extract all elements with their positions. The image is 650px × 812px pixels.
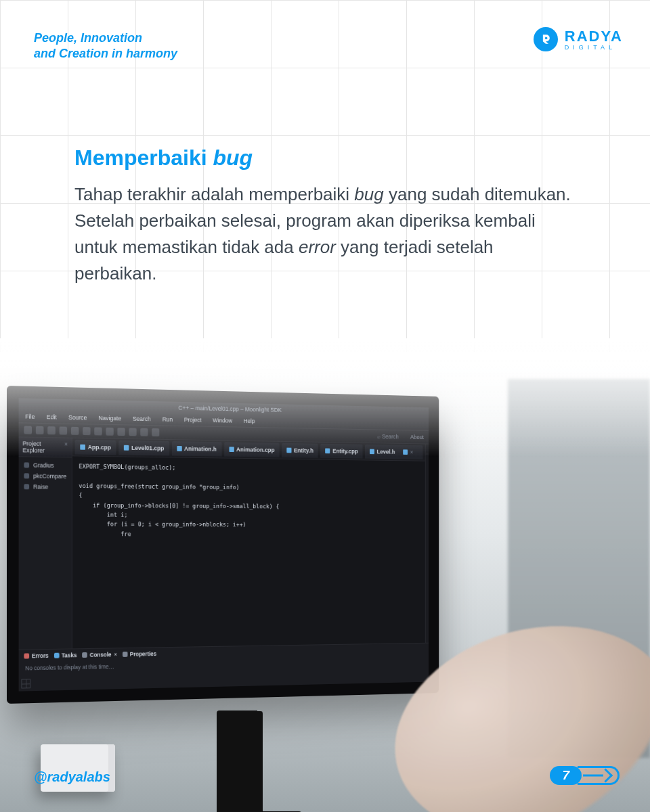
body-seg-1: Tahap terakhir adalah memperbaiki	[74, 184, 354, 204]
outline-tabs: ◦ Outline × Make Target	[425, 444, 429, 455]
toolbar-icon	[140, 428, 148, 436]
page: People, Innovation and Creation in harmo…	[0, 0, 650, 812]
tagline-line-2: and Creation in harmony	[34, 47, 177, 60]
toolbar-icon	[36, 426, 44, 434]
brand-logo: RADYA DIGITAL	[534, 27, 623, 51]
editor-tab: Level01.cpp	[118, 441, 169, 456]
toolbar-icon	[94, 427, 102, 435]
brand-sub: DIGITAL	[565, 44, 623, 51]
editor-tab: Entity.cpp	[320, 444, 362, 459]
editor-tab: Level.h×	[365, 445, 422, 459]
toolbar-search-label: Search	[382, 433, 399, 440]
tab-label: Entity.cpp	[332, 448, 358, 455]
menu-item: Search	[133, 415, 151, 422]
bottom-tab-console: Console ×	[82, 651, 117, 658]
menu-item: Project	[184, 416, 202, 423]
menu-item: File	[25, 413, 35, 420]
bottom-tab-label: Console	[90, 651, 112, 658]
brand-logo-icon	[534, 27, 558, 51]
tab-label: Level.h	[377, 449, 395, 455]
menu-item: Window	[213, 417, 232, 424]
heading-text: Memperbaiki	[74, 145, 213, 170]
toolbar-icon	[106, 428, 113, 436]
menu-item: Navigate	[99, 415, 122, 422]
toolbar-icon	[47, 426, 56, 434]
menu-item: Source	[68, 414, 87, 421]
brand-name: RADYA	[565, 28, 623, 45]
tagline-line-1: People, Innovation	[34, 31, 142, 45]
close-icon: ×	[399, 447, 418, 457]
tab-label: Animation.h	[184, 445, 217, 452]
grid-icon	[21, 679, 30, 688]
monitor: C++ – main/Level01.cpp – Moonlight SDK F…	[7, 386, 439, 704]
bottom-tab-properties: Properties	[122, 650, 156, 658]
toolbar-icon	[24, 426, 32, 434]
social-handle: @radyalabs	[34, 769, 110, 785]
toolbar-icon	[117, 428, 125, 436]
bottom-tab-label: Properties	[130, 650, 156, 657]
bottom-panel: Errors Tasks Console × Properties No con…	[19, 643, 429, 692]
toolbar-icon	[60, 426, 68, 434]
bottom-tab-label: Errors	[32, 652, 49, 659]
body-paragraph: Tahap terakhir adalah memperbaiki bug ya…	[74, 181, 576, 287]
project-item: Gradius	[19, 459, 72, 471]
next-arrow-icon	[578, 766, 620, 785]
explorer-title: Project Explorer×	[19, 437, 72, 457]
editor-tab: App.cpp	[75, 440, 116, 455]
project-item: Raise	[19, 481, 72, 493]
bottom-tab-label: Tasks	[62, 652, 77, 658]
outline-item: Level : OnLoad(char*)	[427, 473, 429, 487]
photo-scene: C++ – main/Level01.cpp – Moonlight SDK F…	[0, 352, 650, 812]
heading-italic: bug	[213, 145, 253, 170]
project-item: pkcCompare	[19, 470, 72, 482]
outline-item: Level : GetTile(int, int)	[427, 515, 429, 529]
monitor-stand	[217, 710, 263, 812]
editor-tab: Animation.h	[172, 441, 222, 456]
outline-item: Level : OnRender(SDL_Re…	[427, 487, 429, 501]
bottom-tab-tasks: Tasks	[53, 652, 77, 659]
brand-logo-text: RADYA DIGITAL	[565, 28, 623, 51]
body-italic-2: error	[299, 237, 336, 257]
tab-label: App.cpp	[88, 444, 111, 451]
menu-item: Help	[244, 418, 255, 424]
main-content: Memperbaiki bug Tahap terakhir adalah me…	[74, 145, 576, 287]
editor-tab: Entity.h	[282, 443, 318, 458]
toolbar-icon	[152, 428, 159, 436]
ide-screen: C++ – main/Level01.cpp – Moonlight SDK F…	[19, 398, 429, 691]
editor-tab: Animation.cpp	[224, 442, 280, 457]
toolbar-about: About	[410, 434, 424, 441]
tab-label: Animation.cpp	[236, 446, 274, 453]
code-area: EXPORT_SYMBOL(groups_alloc); void groups…	[72, 456, 425, 544]
toolbar-icon	[129, 428, 136, 436]
bottom-tab-errors: Errors	[24, 652, 48, 660]
page-number: 7	[550, 766, 582, 785]
tagline: People, Innovation and Creation in harmo…	[34, 30, 177, 61]
body-italic-1: bug	[354, 184, 383, 204]
ide-body: Project Explorer× Gradius pkcCompare Rai…	[19, 437, 429, 649]
tab-label: Level01.cpp	[131, 445, 164, 452]
toolbar-search: ⌕ Search	[378, 433, 399, 440]
outline-item: Level : GetTile(int, int)	[427, 501, 429, 516]
menu-item: Run	[162, 416, 173, 423]
tab-label: Entity.h	[294, 447, 313, 454]
editor: App.cpp Level01.cpp Animation.h Animatio…	[72, 438, 425, 649]
close-icon: ×	[64, 441, 68, 454]
pager: 7	[550, 766, 620, 785]
outline-panel: ◦ Outline × Make Target Level.h Level : …	[425, 444, 429, 642]
project-explorer: Project Explorer× Gradius pkcCompare Rai…	[19, 437, 72, 649]
heading: Memperbaiki bug	[74, 145, 576, 171]
toolbar-icon	[71, 427, 79, 435]
menu-item: Edit	[47, 413, 57, 420]
toolbar-icon	[83, 427, 90, 435]
explorer-title-text: Project Explorer	[22, 440, 64, 454]
